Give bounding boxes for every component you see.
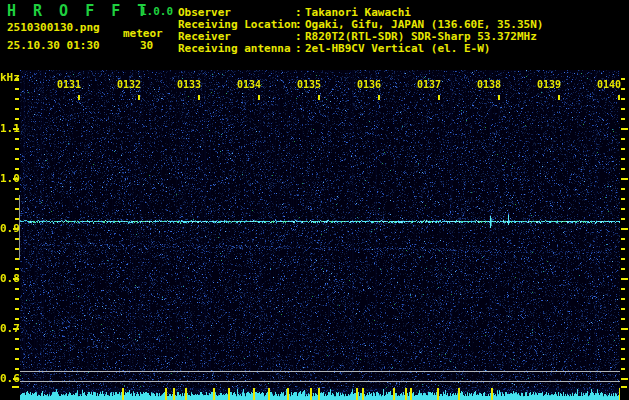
tick-mark [15,338,19,340]
tick-mark [621,108,625,110]
tick-mark [15,268,19,270]
tick-mark [13,128,19,130]
time-label-0133: 0133 [177,79,201,90]
time-label-0134: 0134 [237,79,261,90]
tick-mark [13,228,19,230]
antenna-value: 2el-HB9CV Vertical (el. E-W) [305,42,490,55]
tick-mark [198,95,200,100]
tick-mark [12,386,19,388]
tick-mark [621,248,625,250]
tick-mark [15,208,19,210]
tick-mark [621,208,625,210]
time-label-0137: 0137 [417,79,441,90]
info-row-location: Receiving Location : Ogaki, Gifu, JAPAN … [178,18,191,30]
tick-mark [318,95,320,100]
tick-mark [15,358,19,360]
info-row-observer: Observer : Takanori Kawachi [178,6,191,18]
tick-mark [15,248,19,250]
tick-mark [621,78,625,80]
tick-mark [621,158,625,160]
tick-mark [618,95,620,100]
interval-value: 30 [140,39,153,52]
tick-mark [621,98,625,100]
tick-mark [15,198,19,200]
tick-mark [621,358,625,360]
tick-mark [13,328,19,330]
spectrogram-canvas [20,70,620,388]
tick-mark [15,348,19,350]
tick-mark [15,138,19,140]
app-title: H R O F F T [7,2,150,20]
tick-mark [498,95,500,100]
signal-level-strip [20,388,620,400]
tick-mark [15,318,19,320]
tick-mark [13,378,19,380]
tick-mark [15,158,19,160]
tick-mark [15,108,19,110]
tick-mark [15,218,19,220]
time-label-0140: 0140 [597,79,621,90]
tick-mark [558,95,560,100]
tick-mark [15,298,19,300]
info-row-receiver: Receiver : R820T2(RTL-SDR) SDR-Sharp 53.… [178,30,191,42]
tick-mark [621,198,625,200]
tick-mark [78,95,80,100]
tick-mark [378,95,380,100]
tick-mark [621,168,625,170]
y-tick-label-1-1: 1.1 [0,122,14,135]
time-label-0136: 0136 [357,79,381,90]
tick-mark [621,258,625,260]
tick-mark [621,88,625,90]
tick-mark [13,278,19,280]
tick-mark [621,218,625,220]
y-tick-label-0-6: 0.6 [0,372,14,385]
tick-mark [621,368,625,370]
y-tick-label-0-7: 0.7 [0,322,14,335]
tick-mark [15,288,19,290]
tick-mark [15,238,19,240]
y-tick-label-1-0: 1.0 [0,172,14,185]
tick-mark [15,78,19,80]
tick-mark [621,288,625,290]
output-filename: 2510300130.png [7,21,100,34]
tick-mark [621,128,628,130]
time-label-0131: 0131 [57,79,81,90]
tick-mark [621,138,625,140]
antenna-label: Receiving antenna [178,42,292,55]
tick-mark [258,95,260,100]
tick-mark [621,348,625,350]
tick-mark [621,318,625,320]
info-row-antenna: Receiving antenna : 2el-HB9CV Vertical (… [178,42,191,54]
tick-mark [621,378,628,380]
tick-mark [621,188,625,190]
tick-mark [15,118,19,120]
tick-mark [621,338,625,340]
tick-mark [621,328,628,330]
y-tick-label-0-9: 0.9 [0,222,14,235]
tick-mark [15,98,19,100]
time-label-0135: 0135 [297,79,321,90]
time-label-0138: 0138 [477,79,501,90]
tick-mark [621,268,625,270]
tick-mark [621,118,625,120]
tick-mark [621,278,628,280]
tick-mark [15,258,19,260]
tick-mark [621,298,625,300]
record-datetime: 25.10.30 01:30 [7,39,100,52]
tick-mark [15,88,19,90]
time-label-0132: 0132 [117,79,141,90]
tick-mark [15,368,19,370]
tick-mark [15,308,19,310]
app-version: 1.0.0 [140,5,173,18]
tick-mark [438,95,440,100]
tick-mark [15,188,19,190]
tick-mark [15,148,19,150]
colon: : [295,42,302,55]
tick-mark [621,386,627,388]
tick-mark [621,238,625,240]
time-label-0139: 0139 [537,79,561,90]
tick-mark [138,95,140,100]
tick-mark [621,308,625,310]
tick-mark [621,228,628,230]
hrofft-output: { "app": { "name": "H R O F F T", "versi… [0,0,629,400]
